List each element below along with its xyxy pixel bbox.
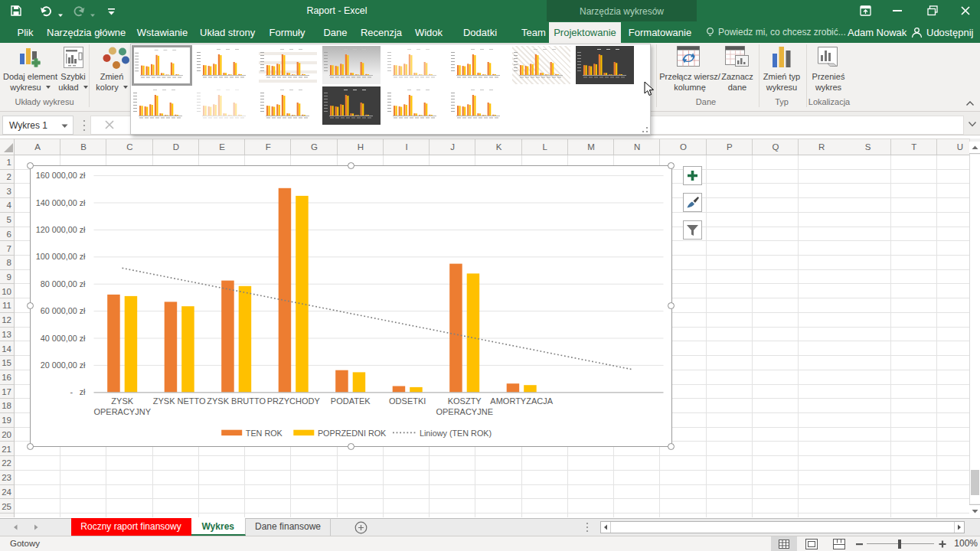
svg-text:ZYSK NETTO: ZYSK NETTO (152, 396, 205, 406)
svg-text:KOSZTY: KOSZTY (447, 396, 482, 406)
svg-text:AMORTYZACJA: AMORTYZACJA (490, 396, 553, 406)
svg-text:120 000,00 zł: 120 000,00 zł (35, 225, 85, 234)
svg-text:POPRZEDNI ROK: POPRZEDNI ROK (317, 428, 386, 437)
svg-text:ODSETKI: ODSETKI (389, 396, 426, 406)
svg-text:20 000,00 zł: 20 000,00 zł (40, 360, 85, 370)
svg-text:100 000,00 zł: 100 000,00 zł (35, 252, 85, 261)
svg-text:60 000,00 zł: 60 000,00 zł (40, 306, 85, 315)
svg-text:Liniowy (TEN ROK): Liniowy (TEN ROK) (419, 428, 491, 437)
svg-text:PODATEK: PODATEK (330, 396, 370, 406)
svg-text:OPERACYJNE: OPERACYJNE (436, 407, 493, 416)
svg-text:OPERACYJNY: OPERACYJNY (93, 407, 151, 416)
svg-text:TEN ROK: TEN ROK (245, 428, 283, 437)
svg-text:ZYSK: ZYSK (111, 396, 133, 406)
svg-text:140 000,00 zł: 140 000,00 zł (35, 197, 85, 207)
svg-text:-: - (70, 387, 73, 396)
svg-text:80 000,00 zł: 80 000,00 zł (40, 279, 85, 288)
svg-text:zł: zł (79, 387, 85, 396)
svg-text:160 000,00 zł: 160 000,00 zł (35, 171, 85, 180)
svg-text:PRZYCHODY: PRZYCHODY (266, 396, 320, 406)
svg-text:ZYSK BRUTTO: ZYSK BRUTTO (207, 396, 266, 406)
svg-text:40 000,00 zł: 40 000,00 zł (40, 333, 85, 342)
